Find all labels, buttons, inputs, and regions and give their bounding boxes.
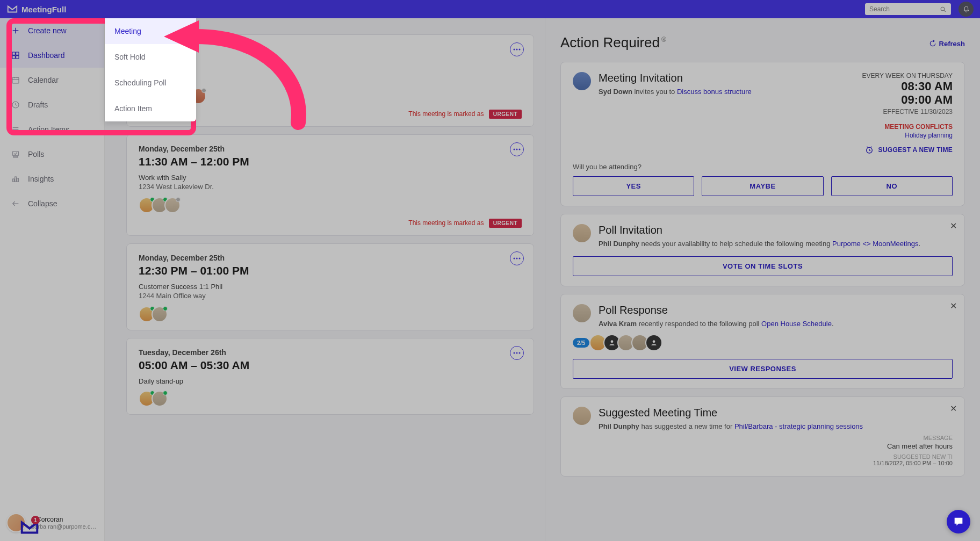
close-button[interactable]: ✕ [950,403,957,414]
card-text: Aviva Kram recently responded to the fol… [599,320,953,328]
bars-icon [11,174,20,184]
user-email: barba ran@purpome.c… [31,523,96,530]
svg-rect-22 [17,178,19,182]
attend-question: Will you be attending? [573,163,953,171]
svg-point-32 [516,258,518,259]
svg-rect-21 [15,177,17,182]
svg-point-42 [611,340,614,343]
no-button[interactable]: NO [831,176,953,196]
create-new-button[interactable]: Create new [0,18,104,43]
maybe-button[interactable]: MAYBE [702,176,823,196]
alarm-icon [865,146,874,154]
sidebar-item-insights[interactable]: Insights [0,167,104,191]
sidebar-label: Polls [28,150,44,158]
calendar-icon [11,75,20,85]
close-button[interactable]: ✕ [950,301,957,311]
create-submenu: Meeting Soft Hold Scheduling Poll Action… [105,18,196,121]
sidebar-label: Calendar [28,76,59,84]
search-input[interactable]: Search [865,3,951,15]
meeting-loc: 1244 Main Office way [139,292,522,300]
card-text: Phil Dunphy has suggested a new time for… [599,422,953,430]
sidebar-label: Action Items [28,125,69,134]
dots-icon [513,352,521,354]
svg-point-35 [516,352,518,354]
dots-icon [513,48,521,51]
submenu-scheduling-poll[interactable]: Scheduling Poll [105,70,196,96]
attendee-avatars [139,391,522,407]
submenu-meeting[interactable]: Meeting [105,18,196,44]
svg-point-30 [519,149,521,150]
meeting-card[interactable]: Monday, December 25th 11:30 AM – 12:00 P… [126,134,534,236]
search-icon [940,6,947,13]
attendee-avatars [139,197,522,213]
user-name: a Corcoran [31,516,96,523]
plus-icon [11,26,20,35]
sidebar-item-calendar[interactable]: Calendar [0,68,104,92]
action-card-suggested-time: ✕ Suggested Meeting Time Phil Dunphy has… [560,396,965,477]
card-menu-button[interactable] [510,42,524,56]
svg-rect-4 [12,52,15,55]
grid-icon [11,51,20,60]
clock-icon [11,100,20,110]
search-placeholder: Search [869,5,890,13]
sidebar-label: Collapse [28,199,57,208]
svg-rect-8 [12,77,19,83]
svg-point-0 [941,7,945,11]
close-button[interactable]: ✕ [950,221,957,231]
poll-link[interactable]: Purpome <> MoonMeetings [832,240,918,248]
card-title: Poll Invitation [599,224,953,236]
suggestion-meta: MESSAGE Can meet after hours SUGGESTED N… [573,435,953,466]
svg-rect-6 [12,56,15,59]
svg-point-25 [516,49,518,51]
action-card-poll-response: ✕ Poll Response Aviva Kram recently resp… [560,294,965,389]
refresh-button[interactable]: Refresh [929,40,965,48]
svg-line-1 [944,10,946,12]
avatar [573,304,591,322]
card-text: Syd Down invites you to Discuss bonus st… [599,88,855,96]
svg-line-14 [16,105,17,105]
meeting-link[interactable]: Phil/Barbara - strategic planning sessio… [734,422,863,430]
card-menu-button[interactable] [510,346,524,360]
sidebar-item-drafts[interactable]: Drafts [0,92,104,117]
avatar [573,224,591,242]
svg-point-24 [514,49,515,51]
card-title: Suggested Meeting Time [599,407,953,419]
card-title: Poll Response [599,304,953,316]
svg-point-28 [514,149,515,150]
chat-button[interactable] [947,510,970,533]
person-icon [650,339,658,347]
card-menu-button[interactable] [510,251,524,265]
app-badge[interactable]: 1 [19,517,40,538]
yes-button[interactable]: YES [573,176,694,196]
view-responses-button[interactable]: VIEW RESPONSES [573,359,953,379]
suggest-time-button[interactable]: SUGGEST A NEW TIME [573,146,953,154]
card-title: Meeting Invitation [599,72,855,84]
meeting-title: Customer Success 1:1 Phil [139,283,522,291]
card-menu-button[interactable] [510,142,524,156]
meeting-loc: 1234 West Lakeview Dr. [139,183,522,191]
sidebar-label: Insights [28,175,54,183]
meeting-link[interactable]: Discuss bonus structure [677,88,752,96]
refresh-icon [929,40,936,47]
svg-line-41 [871,147,872,147]
svg-point-29 [516,149,518,150]
notifications-button[interactable] [959,2,974,17]
sidebar-item-action-items[interactable]: Action Items [0,117,104,142]
sidebar-item-collapse[interactable]: Collapse [0,191,104,216]
submenu-action-item[interactable]: Action Item [105,96,196,121]
app-logo[interactable]: MeetingFull [6,3,66,15]
meeting-card[interactable]: Tuesday, December 26th 05:00 AM – 05:30 … [126,338,534,415]
person-icon [608,339,616,347]
meeting-time: 11:30 AM – 12:00 PM [139,155,522,168]
vote-button[interactable]: VOTE ON TIME SLOTS [573,256,953,276]
sidebar-item-polls[interactable]: Polls [0,142,104,167]
svg-rect-7 [16,56,19,59]
submenu-soft-hold[interactable]: Soft Hold [105,44,196,70]
conflict-link[interactable]: Holiday planning [573,132,953,139]
conflict-label: MEETING CONFLICTS [573,123,953,131]
meeting-card[interactable]: Monday, December 25th 12:30 PM – 01:00 P… [126,243,534,330]
arrow-left-icon [11,199,20,208]
poll-link[interactable]: Open House Schedule [761,320,832,328]
list-icon [11,125,20,134]
sidebar-item-dashboard[interactable]: Dashboard [0,43,104,68]
